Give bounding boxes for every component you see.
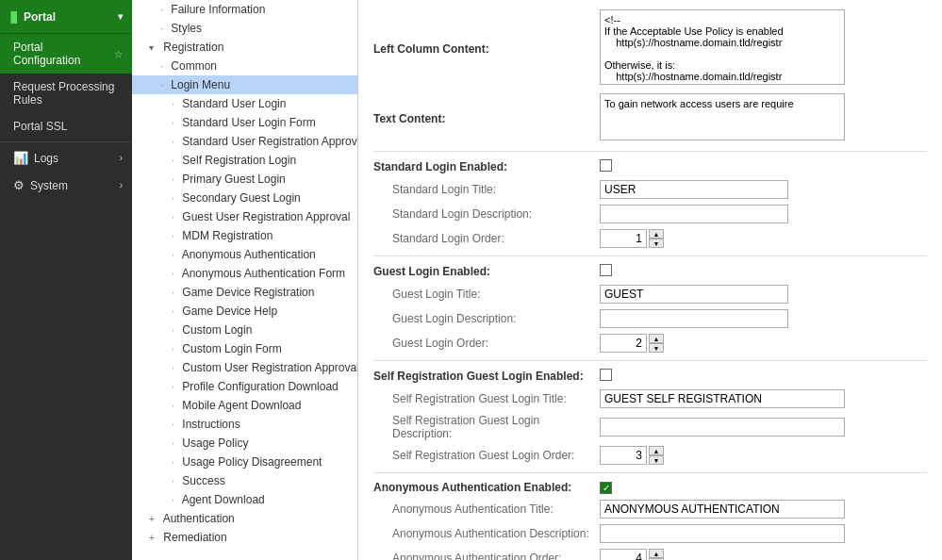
guest-login-title-label: Guest Login Title: [373,288,600,301]
anon-auth-title-row: Anonymous Authentication Title: [373,500,927,519]
tree-item-secondary-guest-login[interactable]: · Secondary Guest Login [132,189,357,207]
tree-item-game-device-reg[interactable]: · Game Device Registration [132,283,357,302]
text-content-input[interactable] [600,93,845,140]
guest-login-enabled-row: Guest Login Enabled: [373,264,927,279]
spinner-up-btn[interactable]: ▲ [649,229,664,239]
standard-login-title-row: Standard Login Title: [373,180,927,199]
standard-login-enabled-value [600,159,927,174]
tree-item-anonymous-auth-form[interactable]: · Anonymous Authentication Form [132,264,357,283]
tree-item-instructions[interactable]: · Instructions [132,415,357,434]
tree-item-self-reg-login[interactable]: · Self Registration Login [132,151,357,170]
system-icon: ⚙ [13,178,25,192]
standard-login-title-label: Standard Login Title: [373,183,600,196]
tree-item-anonymous-auth[interactable]: · Anonymous Authentication [132,245,357,264]
spinner-up-btn[interactable]: ▲ [649,334,664,343]
tree-item-custom-login[interactable]: · Custom Login [132,321,357,339]
tree-item-usage-policy-disagreement[interactable]: · Usage Policy Disagreement [132,453,357,471]
standard-login-desc-input[interactable] [600,205,788,223]
tree-dot-icon: · [172,267,179,280]
tree-item-standard-user-login[interactable]: · Standard User Login [132,94,357,113]
tree-item-guest-user-reg-approval[interactable]: · Guest User Registration Approval [132,207,357,226]
sidebar-item-portal-ssl[interactable]: Portal SSL [0,113,132,140]
anon-auth-order-row: Anonymous Authentication Order: ▲ ▼ [373,549,927,560]
guest-login-order-row: Guest Login Order: ▲ ▼ [373,334,927,353]
tree-item-profile-config-download[interactable]: · Profile Configuration Download [132,377,357,396]
spinner-buttons: ▲ ▼ [649,446,664,465]
tree-dot-icon: · [172,116,179,129]
spinner-down-btn[interactable]: ▼ [649,239,664,248]
guest-login-title-input[interactable] [600,285,788,304]
tree-dot-icon: · [172,399,179,412]
tree-item-primary-guest-login[interactable]: · Primary Guest Login [132,170,357,189]
anon-auth-enabled-value [600,481,927,494]
tree-item-remediation[interactable]: + Remediation [132,528,357,547]
tree-item-standard-user-login-form[interactable]: · Standard User Login Form [132,113,357,132]
self-reg-enabled-checkbox[interactable] [600,369,612,381]
sidebar-item-logs[interactable]: 📊 Logs › [0,144,132,172]
request-processing-label: Request Processing Rules [13,80,123,107]
left-column-input[interactable] [600,9,845,85]
anon-auth-order-spinner: ▲ ▼ [600,549,927,560]
spinner-down-btn[interactable]: ▼ [649,455,664,465]
tree-item-styles[interactable]: · Styles [132,19,357,38]
tree-dot-icon: · [172,173,179,186]
logs-arrow-icon: › [120,153,123,163]
tree-dot-icon: · [172,474,179,487]
anon-auth-desc-input[interactable] [600,524,845,543]
tree-panel: · Failure Information · Styles ▾ Registr… [132,0,358,560]
expand-icon: + [149,533,160,543]
guest-login-title-row: Guest Login Title: [373,285,927,304]
tree-item-common[interactable]: · Common [132,57,357,75]
spinner-up-btn[interactable]: ▲ [649,446,664,455]
tree-item-mdm-registration[interactable]: · MDM Registration [132,226,357,245]
anon-auth-enabled-checkbox[interactable] [600,482,612,494]
tree-item-agent-download[interactable]: · Agent Download [132,490,357,509]
tree-dot-icon: · [172,248,179,261]
self-reg-title-input[interactable] [600,389,845,408]
tree-dot-icon: · [160,22,168,35]
left-column-value [600,9,927,88]
anon-auth-enabled-label: Anonymous Authentication Enabled: [373,481,600,494]
guest-login-order-input[interactable] [600,334,647,353]
system-label: System [30,179,68,192]
anon-auth-title-input[interactable] [600,500,845,519]
self-reg-desc-input[interactable] [600,418,845,436]
guest-login-enabled-checkbox[interactable] [600,264,612,276]
tree-item-login-menu[interactable]: · Login Menu [132,75,357,94]
anon-auth-order-input[interactable] [600,549,647,560]
guest-login-desc-input[interactable] [600,309,788,328]
tree-item-custom-user-reg-approval[interactable]: · Custom User Registration Approval [132,358,357,377]
tree-item-authentication[interactable]: + Authentication [132,509,357,528]
guest-login-desc-row: Guest Login Description: [373,309,927,328]
tree-item-registration[interactable]: ▾ Registration [132,38,357,57]
sidebar-item-system[interactable]: ⚙ System › [0,172,132,199]
left-column-label: Left Column Content: [373,42,600,56]
standard-login-desc-row: Standard Login Description: [373,205,927,223]
spinner-up-btn[interactable]: ▲ [649,549,664,558]
tree-item-standard-user-reg-approval[interactable]: · Standard User Registration Approval [132,132,357,151]
standard-login-title-input[interactable] [600,180,788,199]
nav-sidebar: ▮ Portal ▾ Portal Configuration ☆ Reques… [0,0,132,560]
tree-item-success[interactable]: · Success [132,471,357,490]
standard-login-order-input[interactable] [600,229,647,248]
tree-dot-icon: · [172,493,179,506]
anon-auth-desc-label: Anonymous Authentication Description: [373,527,600,540]
portal-label: Portal [24,10,56,24]
tree-item-usage-policy[interactable]: · Usage Policy [132,434,357,453]
tree-dot-icon: · [172,305,179,318]
guest-login-order-spinner: ▲ ▼ [600,334,927,353]
portal-config-label: Portal Configuration [13,41,108,67]
tree-item-mobile-agent-download[interactable]: · Mobile Agent Download [132,396,357,415]
sidebar-item-portal-config[interactable]: Portal Configuration ☆ [0,34,132,74]
divider1 [373,151,927,152]
portal-nav-header[interactable]: ▮ Portal ▾ [0,0,132,34]
sidebar-item-request-processing[interactable]: Request Processing Rules [0,74,132,113]
standard-login-desc-label: Standard Login Description: [373,207,600,221]
tree-item-custom-login-form[interactable]: · Custom Login Form [132,339,357,358]
tree-item-failure-info[interactable]: · Failure Information [132,0,357,19]
standard-login-enabled-checkbox[interactable] [600,159,612,172]
spinner-down-btn[interactable]: ▼ [649,343,664,353]
tree-dot-icon: · [172,361,179,374]
self-reg-order-input[interactable] [600,446,647,465]
tree-item-game-device-help[interactable]: · Game Device Help [132,302,357,321]
